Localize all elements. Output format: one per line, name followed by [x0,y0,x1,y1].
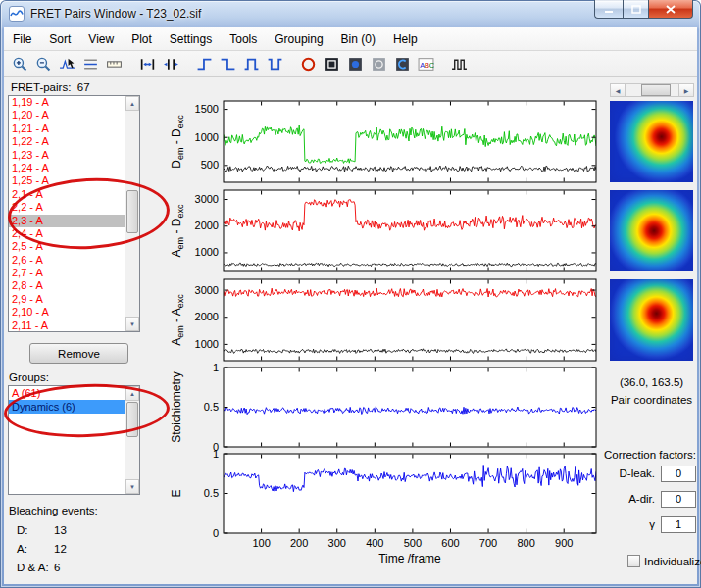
square-marker-icon[interactable] [320,53,343,74]
close-button[interactable] [649,0,693,19]
pair-item[interactable]: 2,4 - A [9,227,125,240]
groups-scrollbar[interactable]: ▲ ▼ [125,386,139,494]
xlim-expand-icon[interactable] [159,53,182,74]
scroll-down-button[interactable]: ▼ [125,479,139,494]
correction-factor-input[interactable] [661,516,696,533]
circle-marker-icon[interactable] [296,53,320,74]
pair-item[interactable]: 1,20 - A [9,109,125,122]
plots-svg: 50010001500Dem - Dexc100020003000Aem - D… [151,92,602,569]
correction-factor-input[interactable] [661,491,696,508]
scroll-down-button[interactable]: ▼ [125,317,139,331]
zoom-out-icon[interactable] [31,53,55,74]
toolbar: ABC [4,51,697,77]
y-tick-label: 1000 [195,246,219,258]
pairs-scrollbar[interactable]: ▲ ▼ [125,96,139,331]
svg-text:C: C [428,60,433,69]
menu-item-settings[interactable]: Settings [161,27,221,50]
pair-item[interactable]: 2,1 - A [9,188,125,201]
menu-item-tools[interactable]: Tools [221,27,266,50]
pair-item[interactable]: 2,6 - A [9,254,125,267]
menu-item-help[interactable]: Help [384,27,426,50]
scrollbar-thumb[interactable] [126,402,138,437]
bleaching-row: D & A:6 [17,562,134,580]
app-window: FRET Pairs Window - T23_02.sif FileSortV… [0,0,701,588]
pair-item[interactable]: 2,7 - A [9,267,125,279]
pair-image-heatmap [610,101,693,182]
pair-item[interactable]: 1,23 - A [9,149,125,162]
pair-item[interactable]: 2,10 - A [9,306,125,318]
xlim-fit-icon[interactable] [135,53,159,74]
step-rise-icon[interactable] [192,53,216,74]
toolbar-separator [286,53,296,74]
bleaching-row-label: A: [17,543,54,562]
pair-item[interactable]: 2,11 - A [9,319,125,331]
scroll-up-button[interactable]: ▲ [125,96,139,111]
menu-item-view[interactable]: View [79,27,123,50]
step-fall-icon[interactable] [216,53,239,74]
correction-factor-input[interactable] [661,466,696,482]
y-tick-label: 1 [213,448,219,460]
pair-item[interactable]: 1,19 - A [9,96,125,109]
y-tick-label: 1000 [195,338,219,350]
correction-factor-row: A-dir. [582,486,696,512]
correction-factor-label: γ [649,518,655,530]
pair-item[interactable]: 1,21 - A [9,122,125,135]
menu-item-sort[interactable]: Sort [40,27,79,50]
pair-item[interactable]: 1,24 - A [9,162,125,174]
zoom-in-icon[interactable] [8,53,31,74]
menu-item-grouping[interactable]: Grouping [266,27,331,50]
bin-pulse-icon[interactable] [447,53,471,74]
scroll-up-button[interactable]: ▲ [125,386,139,401]
title-bar[interactable]: FRET Pairs Window - T23_02.sif [0,0,701,27]
minimize-button[interactable] [594,0,623,19]
plots-area[interactable]: 50010001500Dem - Dexc100020003000Aem - D… [151,92,602,569]
pair-item[interactable]: 2,3 - A [9,215,125,227]
groups-items: A (61)Dynamics (6) [9,386,125,494]
y-tick-label: 1 [213,362,219,373]
bleaching-rows: D:13A:12D & A:6 [17,524,134,580]
x-tick-label: 300 [328,537,346,549]
x-tick-label: 400 [366,537,383,549]
individualized-label: Individualized [644,556,701,567]
pair-item[interactable]: 2,8 - A [9,279,125,292]
x-tick-label: 600 [441,537,459,549]
pulse-down-icon[interactable] [263,53,286,74]
ring-marker-icon[interactable] [367,53,390,74]
threshold-lines-icon[interactable] [78,53,102,74]
app-icon [9,6,25,22]
pair-item[interactable]: 1,25 - A [9,174,125,187]
bleaching-row-value: 6 [54,562,60,580]
toolbar-separator [125,53,135,74]
maximize-button[interactable] [623,0,649,19]
interval-ruler-icon[interactable] [102,53,125,74]
y-axis-label: Aem - Aexc [170,294,185,346]
scrollbar-thumb[interactable] [126,190,138,233]
abc-labels-icon[interactable]: ABC [414,53,437,74]
y-axis-label: Dem - Dexc [170,115,185,169]
group-arc-icon[interactable] [390,53,414,74]
x-tick-label: 900 [555,537,573,549]
bleaching-row: A:12 [17,543,134,562]
pair-item[interactable]: 2,5 - A [9,240,125,253]
fret-pairs-list: 1,19 - A1,20 - A1,21 - A1,22 - A1,23 - A… [8,95,140,332]
pair-item[interactable]: 1,22 - A [9,135,125,148]
bleaching-row-label: D & A: [17,562,54,580]
fret-pairs-items: 1,19 - A1,20 - A1,21 - A1,22 - A1,23 - A… [9,96,125,331]
menu-item-plot[interactable]: Plot [123,27,161,50]
pair-item[interactable]: 2,2 - A [9,201,125,214]
remove-button[interactable]: Remove [29,343,128,364]
groups-label: Groups: [9,371,49,383]
group-item[interactable]: Dynamics (6) [9,400,125,414]
pair-coordinates-value: (36.0, 163.5) [610,376,693,388]
client-area: FRET-pairs: 67 1,19 - A1,20 - A1,21 - A1… [4,77,697,584]
group-item[interactable]: A (61) [9,386,125,400]
trace-cursor-icon[interactable] [55,53,78,74]
filled-circle-marker-icon[interactable] [343,53,367,74]
pulse-up-icon[interactable] [239,53,263,74]
y-tick-label: 2000 [195,311,219,322]
pair-item[interactable]: 2,9 - A [9,293,125,306]
x-tick-label: 200 [290,537,308,549]
menu-item-bin-0[interactable]: Bin (0) [332,27,384,50]
individualized-checkbox[interactable] [627,555,640,567]
menu-item-file[interactable]: File [4,27,40,50]
